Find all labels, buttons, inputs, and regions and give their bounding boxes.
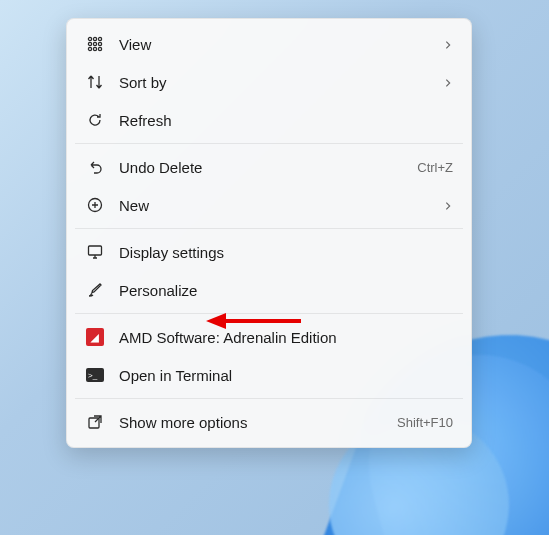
menu-divider <box>75 313 463 314</box>
menu-label: Open in Terminal <box>119 367 453 384</box>
menu-label: Sort by <box>119 74 439 91</box>
menu-item-more-options[interactable]: Show more options Shift+F10 <box>73 403 465 441</box>
svg-point-7 <box>93 47 96 50</box>
svg-point-4 <box>93 42 96 45</box>
svg-point-6 <box>88 47 91 50</box>
menu-item-amd[interactable]: ◢ AMD Software: Adrenalin Edition <box>73 318 465 356</box>
plus-circle-icon <box>85 195 105 215</box>
open-icon <box>85 412 105 432</box>
svg-point-5 <box>98 42 101 45</box>
menu-divider <box>75 398 463 399</box>
refresh-icon <box>85 110 105 130</box>
menu-label: Personalize <box>119 282 453 299</box>
menu-item-refresh[interactable]: Refresh <box>73 101 465 139</box>
menu-item-sort[interactable]: Sort by <box>73 63 465 101</box>
menu-label: Refresh <box>119 112 453 129</box>
chevron-right-icon <box>439 197 453 214</box>
menu-shortcut: Ctrl+Z <box>417 160 453 175</box>
desktop-context-menu: View Sort by Refresh Undo Delete Ctrl+Z … <box>66 18 472 448</box>
svg-point-0 <box>88 37 91 40</box>
chevron-right-icon <box>439 74 453 91</box>
paintbrush-icon <box>85 280 105 300</box>
menu-label: Undo Delete <box>119 159 409 176</box>
menu-item-new[interactable]: New <box>73 186 465 224</box>
monitor-icon <box>85 242 105 262</box>
svg-point-1 <box>93 37 96 40</box>
chevron-right-icon <box>439 36 453 53</box>
amd-icon: ◢ <box>85 327 105 347</box>
menu-label: View <box>119 36 439 53</box>
svg-point-8 <box>98 47 101 50</box>
menu-item-view[interactable]: View <box>73 25 465 63</box>
menu-item-display-settings[interactable]: Display settings <box>73 233 465 271</box>
terminal-icon: >_ <box>85 365 105 385</box>
menu-divider <box>75 228 463 229</box>
svg-point-2 <box>98 37 101 40</box>
undo-icon <box>85 157 105 177</box>
menu-item-personalize[interactable]: Personalize <box>73 271 465 309</box>
svg-point-3 <box>88 42 91 45</box>
menu-label: Show more options <box>119 414 389 431</box>
menu-label: AMD Software: Adrenalin Edition <box>119 329 453 346</box>
svg-rect-10 <box>89 246 102 255</box>
menu-shortcut: Shift+F10 <box>397 415 453 430</box>
menu-label: New <box>119 197 439 214</box>
sort-icon <box>85 72 105 92</box>
menu-item-undo[interactable]: Undo Delete Ctrl+Z <box>73 148 465 186</box>
menu-label: Display settings <box>119 244 453 261</box>
grid-icon <box>85 34 105 54</box>
menu-item-terminal[interactable]: >_ Open in Terminal <box>73 356 465 394</box>
menu-divider <box>75 143 463 144</box>
